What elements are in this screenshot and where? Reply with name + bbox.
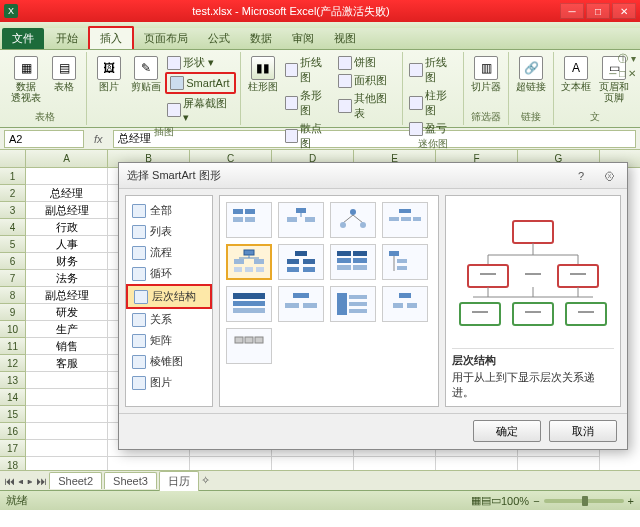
layout-thumb[interactable] — [330, 202, 376, 238]
shapes-button[interactable]: 形状 ▾ — [165, 54, 236, 71]
layout-thumb[interactable] — [278, 244, 324, 280]
cell[interactable] — [190, 457, 272, 470]
row-header[interactable]: 15 — [0, 406, 26, 423]
row-header[interactable]: 4 — [0, 219, 26, 236]
inner-min[interactable]: ─ □ ✕ — [609, 68, 636, 79]
layout-thumb[interactable] — [226, 202, 272, 238]
cell[interactable] — [354, 457, 436, 470]
pie-chart-button[interactable]: 饼图 — [336, 54, 398, 71]
hyperlink-button[interactable]: 🔗超链接 — [513, 54, 549, 94]
cat-list[interactable]: 列表 — [126, 221, 212, 242]
maximize-button[interactable]: □ — [586, 3, 610, 19]
row-header[interactable]: 11 — [0, 338, 26, 355]
cell[interactable] — [26, 168, 108, 185]
cell[interactable]: 法务 — [26, 270, 108, 287]
view-layout-icon[interactable]: ▤ — [481, 494, 491, 507]
tab-view[interactable]: 视图 — [324, 28, 366, 49]
cell[interactable] — [26, 372, 108, 389]
row-header[interactable]: 10 — [0, 321, 26, 338]
cell[interactable] — [272, 457, 354, 470]
cancel-button[interactable]: 取消 — [549, 420, 617, 442]
slicer-button[interactable]: ▥切片器 — [468, 54, 504, 94]
cell[interactable] — [518, 457, 600, 470]
sheet-tab[interactable]: 日历 — [159, 471, 199, 491]
cell[interactable]: 行政 — [26, 219, 108, 236]
row-header[interactable]: 12 — [0, 355, 26, 372]
textbox-button[interactable]: A文本框 — [558, 54, 594, 94]
cell[interactable]: 副总经理 — [26, 287, 108, 304]
sheet-tab[interactable]: Sheet3 — [104, 472, 157, 489]
tab-review[interactable]: 审阅 — [282, 28, 324, 49]
layout-thumb[interactable] — [330, 244, 376, 280]
cell[interactable]: 研发 — [26, 304, 108, 321]
layout-thumb[interactable] — [278, 286, 324, 322]
tab-insert[interactable]: 插入 — [88, 26, 134, 49]
scatter-chart-button[interactable]: 散点图 — [283, 120, 335, 152]
close-button[interactable]: ✕ — [612, 3, 636, 19]
cat-picture[interactable]: 图片 — [126, 372, 212, 393]
clipart-button[interactable]: ✎剪贴画 — [128, 54, 163, 94]
dialog-close[interactable]: ⮾ — [599, 170, 619, 182]
layout-thumb[interactable] — [382, 202, 428, 238]
row-header[interactable]: 8 — [0, 287, 26, 304]
layout-thumb-selected[interactable] — [226, 244, 272, 280]
cell[interactable] — [26, 423, 108, 440]
column-chart-button[interactable]: ▮▮柱形图 — [245, 54, 280, 94]
cell[interactable] — [436, 457, 518, 470]
cell[interactable] — [26, 457, 108, 470]
layout-thumb[interactable] — [382, 244, 428, 280]
layout-thumb[interactable] — [226, 286, 272, 322]
row-header[interactable]: 6 — [0, 253, 26, 270]
cat-all[interactable]: 全部 — [126, 200, 212, 221]
row-header[interactable]: 13 — [0, 372, 26, 389]
tab-file[interactable]: 文件 — [2, 28, 44, 49]
cat-relationship[interactable]: 关系 — [126, 309, 212, 330]
dialog-help[interactable]: ? — [571, 170, 591, 182]
bar-chart-button[interactable]: 条形图 — [283, 87, 335, 119]
screenshot-button[interactable]: 屏幕截图 ▾ — [165, 95, 236, 125]
cell[interactable] — [26, 440, 108, 457]
cell[interactable]: 销售 — [26, 338, 108, 355]
row-header[interactable]: 17 — [0, 440, 26, 457]
cat-matrix[interactable]: 矩阵 — [126, 330, 212, 351]
cat-process[interactable]: 流程 — [126, 242, 212, 263]
cell[interactable] — [108, 457, 190, 470]
tab-home[interactable]: 开始 — [46, 28, 88, 49]
cat-pyramid[interactable]: 棱锥图 — [126, 351, 212, 372]
tab-data[interactable]: 数据 — [240, 28, 282, 49]
new-sheet[interactable]: ✧ — [201, 474, 210, 487]
ribbon-collapse[interactable]: ⓘ ▾ — [618, 52, 636, 66]
tab-layout[interactable]: 页面布局 — [134, 28, 198, 49]
sheet-tab[interactable]: Sheet2 — [49, 472, 102, 489]
pivot-button[interactable]: ▦数据 透视表 — [8, 54, 44, 105]
cell[interactable]: 总经理 — [26, 185, 108, 202]
line-chart-button[interactable]: 折线图 — [283, 54, 335, 86]
col-A[interactable]: A — [26, 150, 108, 167]
tab-nav[interactable]: ⏮ ◀ ▶ ⏭ — [4, 475, 47, 487]
zoom-control[interactable]: 100% −+ — [501, 495, 634, 507]
tab-formula[interactable]: 公式 — [198, 28, 240, 49]
ok-button[interactable]: 确定 — [473, 420, 541, 442]
row-header[interactable]: 5 — [0, 236, 26, 253]
picture-button[interactable]: 🖼图片 — [91, 54, 126, 94]
cat-cycle[interactable]: 循环 — [126, 263, 212, 284]
table-button[interactable]: ▤表格 — [46, 54, 82, 94]
row-header[interactable]: 14 — [0, 389, 26, 406]
layout-thumb[interactable] — [382, 286, 428, 322]
layout-thumb[interactable] — [330, 286, 376, 322]
sparkline-line[interactable]: 折线图 — [407, 54, 459, 86]
row-header[interactable]: 16 — [0, 423, 26, 440]
row-header[interactable]: 9 — [0, 304, 26, 321]
view-normal-icon[interactable]: ▦ — [471, 494, 481, 507]
row-header[interactable]: 7 — [0, 270, 26, 287]
minimize-button[interactable]: ─ — [560, 3, 584, 19]
cell[interactable]: 人事 — [26, 236, 108, 253]
cell[interactable]: 财务 — [26, 253, 108, 270]
area-chart-button[interactable]: 面积图 — [336, 72, 398, 89]
cell[interactable] — [26, 406, 108, 423]
select-all[interactable] — [0, 150, 26, 167]
other-chart-button[interactable]: 其他图表 — [336, 90, 398, 122]
layout-thumb[interactable] — [226, 328, 272, 364]
sparkline-col[interactable]: 柱形图 — [407, 87, 459, 119]
row-header[interactable]: 2 — [0, 185, 26, 202]
